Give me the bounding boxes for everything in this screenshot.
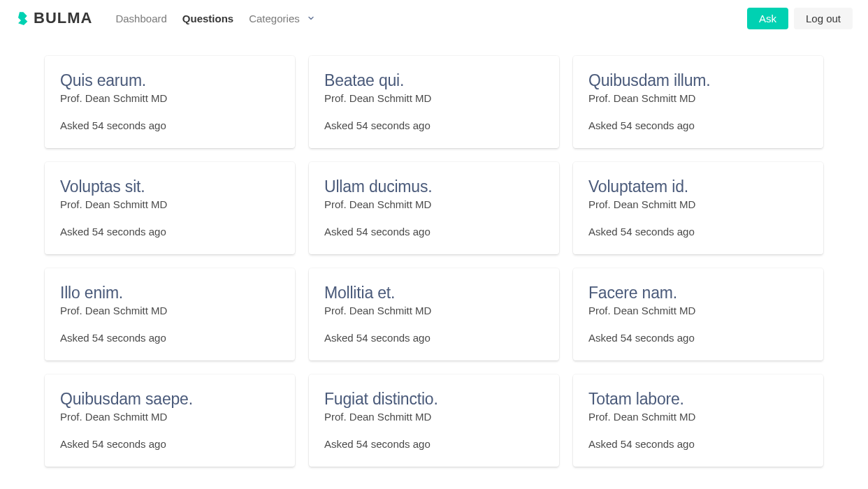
question-author: Prof. Dean Schmitt MD xyxy=(60,92,280,104)
question-author: Prof. Dean Schmitt MD xyxy=(324,92,544,104)
nav-questions[interactable]: Questions xyxy=(175,7,241,30)
question-card[interactable]: Mollitia et.Prof. Dean Schmitt MDAsked 5… xyxy=(309,268,559,360)
question-author: Prof. Dean Schmitt MD xyxy=(60,198,280,210)
question-author: Prof. Dean Schmitt MD xyxy=(588,92,808,104)
question-time: Asked 54 seconds ago xyxy=(324,332,544,344)
question-title: Mollitia et. xyxy=(324,284,544,302)
question-time: Asked 54 seconds ago xyxy=(60,226,280,238)
question-title: Quibusdam illum. xyxy=(588,71,808,90)
question-time: Asked 54 seconds ago xyxy=(588,226,808,238)
nav-dashboard-label: Dashboard xyxy=(115,13,166,24)
question-time: Asked 54 seconds ago xyxy=(324,438,544,450)
question-title: Voluptas sit. xyxy=(60,177,280,196)
navbar-left: BULMA Dashboard Questions Categories xyxy=(15,7,323,30)
question-author: Prof. Dean Schmitt MD xyxy=(60,411,280,423)
chevron-down-icon xyxy=(307,15,315,24)
question-card[interactable]: Voluptas sit.Prof. Dean Schmitt MDAsked … xyxy=(45,162,295,254)
question-time: Asked 54 seconds ago xyxy=(324,119,544,131)
bulma-logo-icon xyxy=(15,10,29,26)
nav-categories[interactable]: Categories xyxy=(241,7,323,30)
question-time: Asked 54 seconds ago xyxy=(324,226,544,238)
question-time: Asked 54 seconds ago xyxy=(588,332,808,344)
ask-button[interactable]: Ask xyxy=(747,8,788,29)
question-author: Prof. Dean Schmitt MD xyxy=(324,198,544,210)
nav-questions-label: Questions xyxy=(182,13,233,24)
question-time: Asked 54 seconds ago xyxy=(60,438,280,450)
question-grid: Quis earum.Prof. Dean Schmitt MDAsked 54… xyxy=(45,56,823,467)
brand-text: BULMA xyxy=(34,9,92,27)
question-card[interactable]: Ullam ducimus.Prof. Dean Schmitt MDAsked… xyxy=(309,162,559,254)
question-author: Prof. Dean Schmitt MD xyxy=(324,305,544,316)
question-card[interactable]: Illo enim.Prof. Dean Schmitt MDAsked 54 … xyxy=(45,268,295,360)
question-title: Fugiat distinctio. xyxy=(324,390,544,409)
question-time: Asked 54 seconds ago xyxy=(588,438,808,450)
question-card[interactable]: Facere nam.Prof. Dean Schmitt MDAsked 54… xyxy=(573,268,823,360)
question-title: Voluptatem id. xyxy=(588,177,808,196)
question-title: Facere nam. xyxy=(588,284,808,302)
question-card[interactable]: Fugiat distinctio.Prof. Dean Schmitt MDA… xyxy=(309,374,559,467)
question-card[interactable]: Quibusdam saepe.Prof. Dean Schmitt MDAsk… xyxy=(45,374,295,467)
question-time: Asked 54 seconds ago xyxy=(588,119,808,131)
question-title: Illo enim. xyxy=(60,284,280,302)
question-author: Prof. Dean Schmitt MD xyxy=(324,411,544,423)
question-title: Quis earum. xyxy=(60,71,280,90)
main-container: Quis earum.Prof. Dean Schmitt MDAsked 54… xyxy=(0,36,868,486)
question-card[interactable]: Totam labore.Prof. Dean Schmitt MDAsked … xyxy=(573,374,823,467)
question-card[interactable]: Quis earum.Prof. Dean Schmitt MDAsked 54… xyxy=(45,56,295,148)
question-title: Quibusdam saepe. xyxy=(60,390,280,409)
nav-categories-label: Categories xyxy=(249,13,300,24)
navbar-right: Ask Log out xyxy=(747,8,853,29)
question-author: Prof. Dean Schmitt MD xyxy=(588,198,808,210)
question-author: Prof. Dean Schmitt MD xyxy=(588,305,808,316)
question-card[interactable]: Beatae qui.Prof. Dean Schmitt MDAsked 54… xyxy=(309,56,559,148)
question-time: Asked 54 seconds ago xyxy=(60,119,280,131)
question-title: Ullam ducimus. xyxy=(324,177,544,196)
question-author: Prof. Dean Schmitt MD xyxy=(588,411,808,423)
question-card[interactable]: Voluptatem id.Prof. Dean Schmitt MDAsked… xyxy=(573,162,823,254)
brand[interactable]: BULMA xyxy=(15,9,92,27)
question-time: Asked 54 seconds ago xyxy=(60,332,280,344)
navbar: BULMA Dashboard Questions Categories Ask… xyxy=(0,0,868,36)
question-title: Beatae qui. xyxy=(324,71,544,90)
question-title: Totam labore. xyxy=(588,390,808,409)
nav-dashboard[interactable]: Dashboard xyxy=(108,7,174,30)
logout-button[interactable]: Log out xyxy=(794,8,853,29)
question-author: Prof. Dean Schmitt MD xyxy=(60,305,280,316)
question-card[interactable]: Quibusdam illum.Prof. Dean Schmitt MDAsk… xyxy=(573,56,823,148)
